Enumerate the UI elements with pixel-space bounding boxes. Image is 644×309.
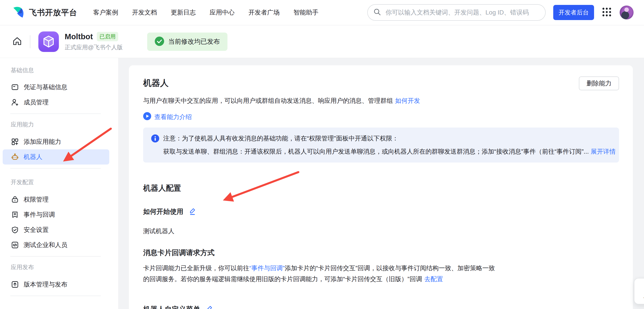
sidebar: 基础信息 凭证与基础信息 成员管理 应用能力 添加应用能力 机器人 bbox=[0, 58, 118, 309]
sidebar-item-add-capability[interactable]: 添加应用能力 bbox=[3, 134, 109, 149]
sidebar-item-credentials[interactable]: 凭证与基础信息 bbox=[3, 80, 109, 95]
app-type-label: 正式应用@飞书个人版 bbox=[65, 44, 123, 51]
expand-details-link[interactable]: 展开详情 bbox=[591, 148, 616, 155]
info-icon bbox=[151, 133, 159, 146]
user-avatar[interactable] bbox=[620, 5, 634, 20]
sidebar-item-label: 添加应用能力 bbox=[24, 138, 61, 146]
sidebar-item-label: 凭证与基础信息 bbox=[24, 83, 67, 92]
publish-status-text: 当前修改均已发布 bbox=[168, 37, 220, 46]
sidebar-item-bot[interactable]: 机器人 bbox=[3, 149, 109, 164]
sidebar-section-basic-info: 基础信息 bbox=[11, 66, 118, 74]
permission-notice: 注意：为了使机器人具有收发消息的基础功能，请在“权限管理”面板中开通以下权限： … bbox=[143, 128, 619, 162]
main-nav: 客户案例 开发文档 更新日志 应用中心 开发者广场 智能助手 bbox=[93, 8, 318, 17]
app-icon bbox=[38, 32, 59, 52]
navbar-right: 开发者后台 bbox=[367, 4, 634, 21]
custom-menu-row: 机器人自定义菜单 bbox=[143, 304, 619, 309]
sidebar-item-security[interactable]: 安全设置 bbox=[3, 222, 109, 238]
nav-item-app-center[interactable]: 应用中心 bbox=[210, 8, 234, 17]
sidebar-item-version-release[interactable]: 版本管理与发布 bbox=[3, 277, 109, 292]
nav-item-assistant[interactable]: 智能助手 bbox=[294, 8, 318, 17]
how-to-start-row: 如何开始使用 bbox=[143, 207, 619, 216]
app-header: Moltbot 已启用 正式应用@飞书个人版 当前修改均已发布 bbox=[0, 26, 644, 58]
edit-pencil-icon[interactable] bbox=[189, 207, 197, 216]
sidebar-item-permissions[interactable]: 权限管理 bbox=[3, 192, 109, 207]
sidebar-divider bbox=[10, 168, 101, 168]
top-navbar: 飞书开放平台 客户案例 开发文档 更新日志 应用中心 开发者广场 智能助手 开发… bbox=[0, 0, 644, 25]
how-to-start-label: 如何开始使用 bbox=[143, 207, 183, 216]
sidebar-item-members[interactable]: 成员管理 bbox=[3, 95, 109, 110]
robot-icon bbox=[11, 153, 19, 161]
events-callback-link[interactable]: “事件与回调” bbox=[249, 265, 285, 272]
card-callback-paragraph: 卡片回调能力已全新升级，你可以前往“事件与回调”添加卡片的“卡片回传交互”回调，… bbox=[143, 263, 619, 284]
code-icon bbox=[11, 241, 19, 249]
sidebar-section-dev-config: 开发配置 bbox=[11, 178, 118, 186]
search-box[interactable] bbox=[367, 4, 546, 21]
credential-icon bbox=[11, 84, 19, 91]
developer-console-button[interactable]: 开发者后台 bbox=[553, 5, 594, 20]
nav-item-docs[interactable]: 开发文档 bbox=[132, 8, 157, 17]
nav-item-cases[interactable]: 客户案例 bbox=[93, 8, 118, 17]
sidebar-item-label: 事件与回调 bbox=[24, 210, 55, 219]
lock-icon bbox=[11, 196, 19, 203]
notice-line2: 获取与发送单聊、群组消息：开通该权限后，机器人可以向用户发送单聊消息，或向机器人… bbox=[151, 146, 611, 157]
custom-menu-heading: 机器人自定义菜单 bbox=[143, 304, 200, 309]
sidebar-section-release: 应用发布 bbox=[11, 263, 118, 271]
sidebar-item-events[interactable]: 事件与回调 bbox=[3, 207, 109, 222]
chevron-left-icon bbox=[643, 283, 644, 290]
sidebar-section-capabilities: 应用能力 bbox=[11, 120, 118, 128]
add-capability-icon bbox=[11, 138, 19, 146]
expand-panel-button[interactable]: 展 bbox=[634, 278, 644, 304]
search-icon bbox=[374, 8, 381, 17]
how-to-develop-link[interactable]: 如何开发 bbox=[395, 97, 420, 104]
capability-intro-row: 查看能力介绍 bbox=[143, 112, 619, 122]
sidebar-divider bbox=[10, 114, 101, 114]
feishu-logo-icon bbox=[12, 6, 25, 20]
sidebar-divider bbox=[10, 296, 101, 296]
event-callback-icon bbox=[11, 211, 19, 218]
sidebar-item-label: 测试企业和人员 bbox=[24, 241, 67, 249]
delete-capability-button[interactable]: 删除能力 bbox=[579, 76, 619, 90]
sidebar-item-label: 版本管理与发布 bbox=[24, 280, 67, 289]
card-callback-heading: 消息卡片回调请求方式 bbox=[143, 248, 619, 258]
sidebar-item-label: 机器人 bbox=[24, 153, 42, 161]
publish-status-pill: 当前修改均已发布 bbox=[147, 32, 228, 51]
header-divider bbox=[30, 35, 30, 48]
bot-config-heading: 机器人配置 bbox=[143, 183, 619, 193]
play-circle-icon bbox=[143, 112, 151, 122]
page-title: 机器人 bbox=[143, 77, 168, 89]
feishu-open-platform-page: { "navbar": { "brand": "飞书开放平台", "items"… bbox=[0, 0, 644, 309]
enabled-status-badge: 已启用 bbox=[97, 32, 118, 41]
nav-item-changelog[interactable]: 更新日志 bbox=[171, 8, 196, 17]
capability-intro-link[interactable]: 查看能力介绍 bbox=[154, 113, 192, 121]
apps-grid-icon[interactable] bbox=[602, 7, 612, 18]
app-meta: Moltbot 已启用 正式应用@飞书个人版 bbox=[65, 32, 123, 51]
nav-item-dev-plaza[interactable]: 开发者广场 bbox=[248, 8, 280, 17]
notice-line1: 注意：为了使机器人具有收发消息的基础功能，请在“权限管理”面板中开通以下权限： bbox=[163, 133, 398, 144]
test-bot-value: 测试机器人 bbox=[143, 227, 619, 236]
search-input[interactable] bbox=[385, 9, 540, 16]
home-icon[interactable] bbox=[12, 36, 22, 47]
sidebar-divider bbox=[10, 256, 101, 256]
sidebar-item-test-org[interactable]: 测试企业和人员 bbox=[3, 238, 109, 252]
brand[interactable]: 飞书开放平台 bbox=[12, 6, 77, 20]
brand-title: 飞书开放平台 bbox=[29, 7, 77, 18]
bot-description: 与用户在聊天中交互的应用，可以向用户或群组自动发送消息、响应用户的消息、管理群组… bbox=[143, 96, 619, 105]
sidebar-item-label: 权限管理 bbox=[24, 195, 48, 204]
edit-pencil-icon[interactable] bbox=[206, 305, 214, 309]
app-name: Moltbot bbox=[65, 32, 93, 41]
bot-settings-card: 机器人 删除能力 与用户在聊天中交互的应用，可以向用户或群组自动发送消息、响应用… bbox=[129, 65, 633, 309]
member-add-icon bbox=[11, 98, 19, 106]
release-upload-icon bbox=[11, 281, 19, 288]
go-configure-link[interactable]: 去配置 bbox=[424, 276, 443, 282]
check-circle-icon bbox=[155, 36, 164, 47]
shield-check-icon bbox=[11, 226, 19, 234]
sidebar-item-label: 成员管理 bbox=[24, 98, 48, 106]
sidebar-item-label: 安全设置 bbox=[24, 226, 48, 234]
